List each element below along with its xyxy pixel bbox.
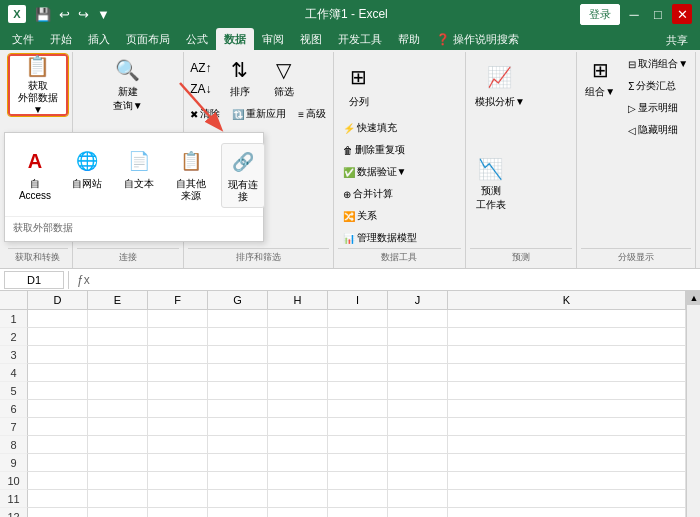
relationships-btn[interactable]: 🔀 关系 — [338, 206, 422, 226]
tab-help[interactable]: 帮助 — [390, 28, 428, 50]
text-to-col-btn[interactable]: ⊞ 分列 — [338, 54, 380, 116]
show-detail-btn[interactable]: ▷ 显示明细 — [623, 98, 693, 118]
sheet-cell[interactable] — [88, 454, 148, 472]
sheet-cell[interactable] — [28, 418, 88, 436]
sheet-cell[interactable] — [268, 436, 328, 454]
undo-btn[interactable]: ↩ — [56, 5, 73, 24]
sheet-cell[interactable] — [28, 364, 88, 382]
sheet-cell[interactable] — [28, 382, 88, 400]
sheet-cell[interactable] — [148, 328, 208, 346]
sheet-cell[interactable] — [448, 382, 686, 400]
group-btn[interactable]: ⊞ 组合▼ — [579, 54, 621, 102]
sheet-cell[interactable] — [208, 310, 268, 328]
sheet-cell[interactable] — [448, 328, 686, 346]
sheet-cell[interactable] — [328, 436, 388, 454]
sheet-cell[interactable] — [328, 472, 388, 490]
sheet-cell[interactable] — [268, 310, 328, 328]
restore-btn[interactable]: □ — [648, 4, 668, 24]
sheet-cell[interactable] — [448, 310, 686, 328]
sheet-cell[interactable] — [448, 436, 686, 454]
sheet-cell[interactable] — [388, 364, 448, 382]
minimize-btn[interactable]: ─ — [624, 4, 644, 24]
sheet-cell[interactable] — [328, 310, 388, 328]
sheet-cell[interactable] — [148, 418, 208, 436]
sheet-cell[interactable] — [388, 490, 448, 508]
sheet-cell[interactable] — [88, 346, 148, 364]
sort-az-btn[interactable]: AZ↑ — [185, 58, 216, 78]
sheet-cell[interactable] — [328, 328, 388, 346]
qa-dropdown-btn[interactable]: ▼ — [94, 5, 113, 24]
scroll-up-btn[interactable]: ▲ — [687, 291, 700, 305]
signin-button[interactable]: 登录 — [580, 4, 620, 25]
new-query-btn[interactable]: 🔍 新建查询▼ — [107, 54, 149, 116]
sheet-cell[interactable] — [88, 418, 148, 436]
tab-developer[interactable]: 开发工具 — [330, 28, 390, 50]
sheet-cell[interactable] — [148, 436, 208, 454]
sheet-cell[interactable] — [268, 490, 328, 508]
existing-conn-item[interactable]: 🔗 现有连接 — [221, 143, 265, 208]
sheet-cell[interactable] — [388, 472, 448, 490]
tab-page-layout[interactable]: 页面布局 — [118, 28, 178, 50]
sheet-cell[interactable] — [88, 436, 148, 454]
sheet-cell[interactable] — [388, 346, 448, 364]
sheet-cell[interactable] — [448, 346, 686, 364]
flash-fill-btn[interactable]: ⚡ 快速填充 — [338, 118, 422, 138]
sheet-cell[interactable] — [448, 508, 686, 517]
sheet-cell[interactable] — [328, 400, 388, 418]
redo-btn[interactable]: ↪ — [75, 5, 92, 24]
name-box[interactable] — [4, 271, 64, 289]
sheet-cell[interactable] — [28, 436, 88, 454]
sheet-cell[interactable] — [148, 490, 208, 508]
sheet-cell[interactable] — [448, 490, 686, 508]
sheet-cell[interactable] — [208, 346, 268, 364]
sheet-cell[interactable] — [148, 400, 208, 418]
from-other-item[interactable]: 📋 自其他来源 — [169, 143, 213, 208]
sheet-cell[interactable] — [208, 454, 268, 472]
sheet-cell[interactable] — [148, 346, 208, 364]
sort-btn[interactable]: ⇅ 排序 — [219, 54, 261, 102]
sheet-cell[interactable] — [388, 310, 448, 328]
sheet-cell[interactable] — [328, 490, 388, 508]
sheet-cell[interactable] — [388, 382, 448, 400]
sheet-cell[interactable] — [448, 364, 686, 382]
sheet-cell[interactable] — [88, 508, 148, 517]
save-quick-btn[interactable]: 💾 — [32, 5, 54, 24]
what-if-btn[interactable]: 📈 模拟分析▼ — [470, 54, 530, 116]
hide-detail-btn[interactable]: ◁ 隐藏明细 — [623, 120, 693, 140]
sheet-cell[interactable] — [328, 454, 388, 472]
tab-insert[interactable]: 插入 — [80, 28, 118, 50]
close-btn[interactable]: ✕ — [672, 4, 692, 24]
sheet-cell[interactable] — [328, 382, 388, 400]
sheet-cell[interactable] — [388, 418, 448, 436]
sheet-cell[interactable] — [88, 310, 148, 328]
sheet-cell[interactable] — [208, 400, 268, 418]
from-text-item[interactable]: 📄 自文本 — [117, 143, 161, 208]
ungroup-btn[interactable]: ⊟ 取消组合▼ — [623, 54, 693, 74]
sheet-cell[interactable] — [448, 418, 686, 436]
sheet-cell[interactable] — [208, 418, 268, 436]
sheet-cell[interactable] — [328, 508, 388, 517]
filter-btn[interactable]: ▽ 筛选 — [263, 54, 305, 102]
sheet-cell[interactable] — [88, 472, 148, 490]
sheet-cell[interactable] — [28, 328, 88, 346]
tab-formulas[interactable]: 公式 — [178, 28, 216, 50]
remove-dup-btn[interactable]: 🗑 删除重复项 — [338, 140, 422, 160]
sheet-cell[interactable] — [328, 364, 388, 382]
sheet-cell[interactable] — [268, 328, 328, 346]
validate-btn[interactable]: ✅ 数据验证▼ — [338, 162, 422, 182]
sheet-cell[interactable] — [28, 310, 88, 328]
sheet-cell[interactable] — [208, 508, 268, 517]
tab-data[interactable]: 数据 — [216, 28, 254, 50]
sort-za-btn[interactable]: ZA↓ — [185, 79, 216, 99]
sheet-cell[interactable] — [268, 508, 328, 517]
sheet-cell[interactable] — [268, 454, 328, 472]
from-access-item[interactable]: A 自 Access — [13, 143, 57, 208]
sheet-cell[interactable] — [28, 400, 88, 418]
forecast-btn[interactable]: 📉 预测工作表 — [470, 153, 512, 215]
tab-search[interactable]: ❓ 操作说明搜索 — [428, 28, 527, 50]
tab-review[interactable]: 审阅 — [254, 28, 292, 50]
sheet-cell[interactable] — [268, 346, 328, 364]
sheet-cell[interactable] — [208, 328, 268, 346]
from-web-item[interactable]: 🌐 自网站 — [65, 143, 109, 208]
sheet-cell[interactable] — [148, 364, 208, 382]
